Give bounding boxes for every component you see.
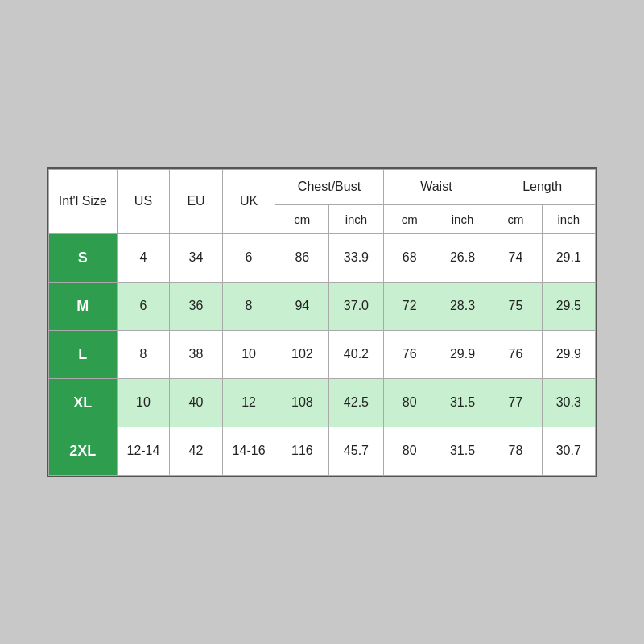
- chest-cm-cell: 116: [275, 427, 329, 475]
- waist-cm-cell: 72: [383, 282, 436, 330]
- us-cell: 6: [117, 282, 170, 330]
- chest-cm-cell: 108: [275, 378, 329, 427]
- waist-cm-cell: 76: [383, 330, 436, 378]
- waist-inch-cell: 28.3: [436, 282, 489, 330]
- chest-cm-cell: 94: [275, 282, 329, 330]
- size-cell: S: [49, 233, 118, 282]
- length-inch-header: inch: [542, 204, 595, 233]
- table-row: M 6 36 8 94 37.0 72 28.3 75 29.5: [49, 282, 596, 330]
- waist-cm-cell: 68: [383, 233, 436, 282]
- chest-inch-header: inch: [329, 204, 383, 233]
- chest-inch-cell: 45.7: [329, 427, 383, 475]
- length-cm-cell: 76: [489, 330, 542, 378]
- uk-cell: 8: [222, 282, 275, 330]
- uk-cell: 6: [222, 233, 275, 282]
- intl-size-header: Int'l Size: [49, 169, 118, 233]
- size-chart-table: Int'l Size US EU UK Chest/Bust Waist Len…: [48, 169, 596, 476]
- us-cell: 4: [117, 233, 170, 282]
- length-cm-cell: 78: [489, 427, 542, 475]
- eu-cell: 34: [170, 233, 223, 282]
- waist-inch-cell: 31.5: [436, 427, 489, 475]
- chest-inch-cell: 37.0: [329, 282, 383, 330]
- length-inch-cell: 29.5: [542, 282, 595, 330]
- chest-inch-cell: 33.9: [329, 233, 383, 282]
- us-cell: 10: [117, 378, 170, 427]
- size-chart-body: S 4 34 6 86 33.9 68 26.8 74 29.1 M 6 36 …: [49, 233, 596, 475]
- size-cell: L: [49, 330, 118, 378]
- table-row: S 4 34 6 86 33.9 68 26.8 74 29.1: [49, 233, 596, 282]
- eu-cell: 36: [170, 282, 223, 330]
- waist-inch-cell: 31.5: [436, 378, 489, 427]
- uk-header: UK: [222, 169, 275, 233]
- eu-header: EU: [170, 169, 223, 233]
- table-row: XL 10 40 12 108 42.5 80 31.5 77 30.3: [49, 378, 596, 427]
- size-chart-wrapper: Int'l Size US EU UK Chest/Bust Waist Len…: [47, 167, 597, 477]
- length-cm-cell: 74: [489, 233, 542, 282]
- uk-cell: 10: [222, 330, 275, 378]
- table-row: L 8 38 10 102 40.2 76 29.9 76 29.9: [49, 330, 596, 378]
- waist-header: Waist: [383, 169, 489, 204]
- length-cm-cell: 75: [489, 282, 542, 330]
- uk-cell: 12: [222, 378, 275, 427]
- length-header: Length: [489, 169, 596, 204]
- us-cell: 8: [117, 330, 170, 378]
- us-header: US: [117, 169, 170, 233]
- waist-cm-cell: 80: [383, 378, 436, 427]
- waist-inch-header: inch: [436, 204, 489, 233]
- size-cell: XL: [49, 378, 118, 427]
- size-cell: M: [49, 282, 118, 330]
- length-inch-cell: 29.1: [542, 233, 595, 282]
- eu-cell: 40: [170, 378, 223, 427]
- size-cell: 2XL: [49, 427, 118, 475]
- waist-cm-header: cm: [383, 204, 436, 233]
- chest-cm-header: cm: [275, 204, 329, 233]
- eu-cell: 42: [170, 427, 223, 475]
- chest-bust-header: Chest/Bust: [275, 169, 383, 204]
- chest-cm-cell: 102: [275, 330, 329, 378]
- uk-cell: 14-16: [222, 427, 275, 475]
- header-row-top: Int'l Size US EU UK Chest/Bust Waist Len…: [49, 169, 596, 204]
- length-inch-cell: 30.3: [542, 378, 595, 427]
- chest-inch-cell: 40.2: [329, 330, 383, 378]
- waist-inch-cell: 29.9: [436, 330, 489, 378]
- length-inch-cell: 29.9: [542, 330, 595, 378]
- length-cm-header: cm: [489, 204, 542, 233]
- table-row: 2XL 12-14 42 14-16 116 45.7 80 31.5 78 3…: [49, 427, 596, 475]
- eu-cell: 38: [170, 330, 223, 378]
- length-cm-cell: 77: [489, 378, 542, 427]
- us-cell: 12-14: [117, 427, 170, 475]
- chest-inch-cell: 42.5: [329, 378, 383, 427]
- waist-inch-cell: 26.8: [436, 233, 489, 282]
- waist-cm-cell: 80: [383, 427, 436, 475]
- length-inch-cell: 30.7: [542, 427, 595, 475]
- chest-cm-cell: 86: [275, 233, 329, 282]
